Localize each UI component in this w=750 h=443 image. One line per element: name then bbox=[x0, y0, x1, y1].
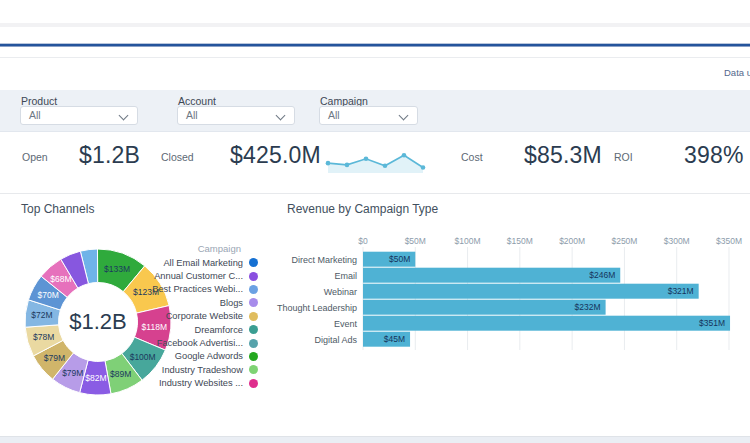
legend-item-label: Best Practices Webi... bbox=[152, 284, 243, 294]
campaign-filter-select[interactable]: All bbox=[319, 106, 418, 125]
legend-color-dot bbox=[249, 365, 258, 374]
x-tick-label: $300M bbox=[664, 236, 690, 246]
legend-color-dot bbox=[249, 339, 258, 348]
bar-category-label: Email bbox=[334, 271, 357, 281]
header-divider bbox=[0, 43, 750, 47]
chevron-down-icon bbox=[119, 110, 129, 120]
kpi-section-divider bbox=[0, 193, 750, 194]
legend-item-label: Corporate Website bbox=[166, 311, 243, 321]
donut-slice-label: $78M bbox=[33, 332, 54, 342]
kpi-cost-label: Cost bbox=[461, 151, 483, 163]
subheader-divider bbox=[0, 57, 750, 58]
chevron-down-icon bbox=[399, 110, 409, 120]
kpi-open-label: Open bbox=[22, 151, 48, 163]
bar[interactable] bbox=[363, 300, 606, 315]
bar[interactable] bbox=[363, 268, 620, 283]
account-filter-value: All bbox=[186, 107, 198, 124]
legend-color-dot bbox=[249, 258, 258, 267]
donut-slice-label: $72M bbox=[31, 310, 52, 320]
legend-item-label: Industry Websites ... bbox=[159, 378, 243, 388]
bar[interactable] bbox=[363, 284, 699, 299]
trend-sparkline[interactable] bbox=[322, 142, 434, 182]
legend-color-dot bbox=[249, 352, 258, 361]
bar-value-label: $246M bbox=[589, 270, 615, 280]
sparkline-point bbox=[364, 156, 369, 161]
legend-item[interactable]: Dreamforce bbox=[118, 323, 258, 336]
product-filter-value: All bbox=[29, 107, 41, 124]
legend-item[interactable]: Facebook Advertisi... bbox=[118, 336, 258, 349]
bar-value-label: $45M bbox=[384, 334, 405, 344]
sparkline-point bbox=[326, 161, 331, 166]
legend-color-dot bbox=[249, 379, 258, 388]
legend-item[interactable]: Corporate Website bbox=[118, 310, 258, 323]
legend-item[interactable]: Annual Customer C... bbox=[118, 269, 258, 282]
kpi-cost-value: $85.3M bbox=[524, 142, 602, 169]
filter-panel: Product All Account All Campaign All bbox=[0, 90, 750, 132]
account-filter-select[interactable]: All bbox=[177, 106, 295, 125]
donut-slice-label: $79M bbox=[62, 368, 83, 378]
bar-category-label: Webinar bbox=[324, 287, 357, 297]
bar[interactable] bbox=[363, 316, 730, 331]
campaign-legend: Campaign All Email MarketingAnnual Custo… bbox=[118, 242, 258, 390]
top-channels-title: Top Channels bbox=[21, 202, 94, 216]
legend-item[interactable]: All Email Marketing bbox=[118, 256, 258, 269]
legend-item-label: Industry Tradeshow bbox=[162, 365, 243, 375]
donut-slice-label: $82M bbox=[85, 373, 106, 383]
legend-item-label: Dreamforce bbox=[194, 325, 243, 335]
bottom-status-strip bbox=[0, 436, 750, 443]
x-tick-label: $100M bbox=[455, 236, 481, 246]
bar-chart: $0$50M$100M$150M$200M$250M$300M$350M$50M… bbox=[270, 226, 750, 376]
data-updated-text: Data u bbox=[724, 67, 750, 78]
x-tick-label: $50M bbox=[405, 236, 426, 246]
chevron-down-icon bbox=[276, 110, 286, 120]
donut-slice-label: $79M bbox=[44, 353, 65, 363]
legend-item-label: Facebook Advertisi... bbox=[157, 338, 243, 348]
x-tick-label: $200M bbox=[559, 236, 585, 246]
revenue-by-campaign-type-title: Revenue by Campaign Type bbox=[287, 202, 438, 216]
sparkline-point bbox=[345, 163, 350, 168]
legend-item[interactable]: Industry Websites ... bbox=[118, 377, 258, 390]
legend-item[interactable]: Google Adwords bbox=[118, 350, 258, 363]
kpi-closed-value: $425.0M bbox=[230, 142, 321, 169]
bar-value-label: $321M bbox=[668, 286, 694, 296]
analytics-dashboard: Data u Product All Account All Campaign … bbox=[0, 0, 750, 443]
legend-item-label: Annual Customer C... bbox=[154, 271, 243, 281]
campaign-filter-value: All bbox=[328, 107, 340, 124]
legend-color-dot bbox=[249, 312, 258, 321]
legend-item-label: Google Adwords bbox=[175, 351, 243, 361]
legend-item-label: All Email Marketing bbox=[163, 258, 243, 268]
kpi-roi-label: ROI bbox=[614, 151, 633, 163]
bar-category-label: Digital Ads bbox=[314, 335, 357, 345]
legend-color-dot bbox=[249, 285, 258, 294]
kpi-roi-value: 398% bbox=[684, 142, 744, 169]
bar-category-label: Direct Marketing bbox=[291, 255, 357, 265]
x-tick-label: $0 bbox=[358, 236, 368, 246]
x-tick-label: $150M bbox=[507, 236, 533, 246]
bar-category-label: Event bbox=[334, 319, 358, 329]
legend-color-dot bbox=[249, 272, 258, 281]
legend-item[interactable]: Industry Tradeshow bbox=[118, 363, 258, 376]
top-toolbar-strip bbox=[0, 23, 750, 27]
bar-value-label: $351M bbox=[699, 318, 725, 328]
bar-value-label: $50M bbox=[389, 254, 410, 264]
donut-slice-label: $70M bbox=[38, 290, 59, 300]
legend-title: Campaign bbox=[118, 242, 258, 255]
kpi-open-value: $1.2B bbox=[79, 142, 140, 169]
bar-value-label: $232M bbox=[575, 302, 601, 312]
legend-item[interactable]: Blogs bbox=[118, 296, 258, 309]
legend-color-dot bbox=[249, 298, 258, 307]
sparkline-point bbox=[402, 153, 407, 158]
x-tick-label: $250M bbox=[611, 236, 637, 246]
legend-item[interactable]: Best Practices Webi... bbox=[118, 283, 258, 296]
legend-color-dot bbox=[249, 325, 258, 334]
product-filter-select[interactable]: All bbox=[20, 106, 138, 125]
sparkline-point bbox=[421, 165, 426, 170]
sparkline-point bbox=[383, 163, 388, 168]
kpi-closed-label: Closed bbox=[161, 151, 194, 163]
donut-slice-label: $68M bbox=[50, 274, 71, 284]
legend-item-label: Blogs bbox=[220, 298, 243, 308]
x-tick-label: $350M bbox=[716, 236, 742, 246]
bar-category-label: Thought Leadership bbox=[277, 303, 357, 313]
